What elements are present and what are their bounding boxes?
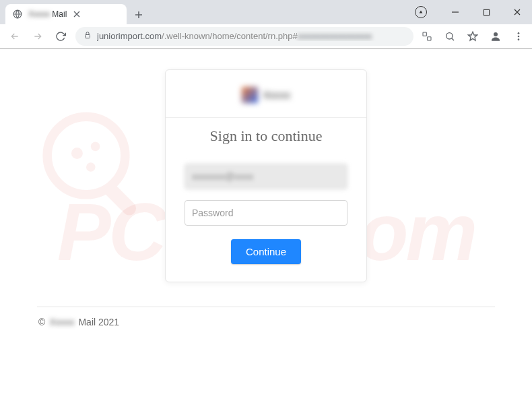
minimize-button[interactable]	[446, 4, 465, 20]
menu-icon[interactable]	[512, 30, 525, 43]
page-content: PCrisk.com Xxxxx Sign in to continue Con…	[0, 49, 532, 413]
star-icon[interactable]	[466, 30, 479, 43]
shield-icon[interactable]	[415, 6, 427, 18]
password-field[interactable]	[185, 200, 347, 226]
svg-rect-3	[423, 32, 426, 36]
svg-point-6	[494, 32, 498, 36]
svg-rect-1	[484, 9, 489, 15]
signin-title: Sign in to continue	[185, 127, 347, 145]
address-bar[interactable]: juniorimport.com/.well-known/home/conten…	[75, 27, 413, 46]
brand-text: Xxxxx	[263, 90, 290, 100]
svg-point-5	[446, 32, 453, 38]
globe-icon	[12, 9, 23, 20]
continue-button[interactable]: Continue	[231, 239, 301, 264]
signin-card: Xxxxx Sign in to continue Continue	[165, 69, 367, 282]
close-icon[interactable]	[72, 9, 81, 19]
new-tab-button[interactable]	[129, 5, 148, 24]
close-window-button[interactable]	[508, 4, 527, 20]
footer-divider	[37, 307, 495, 307]
svg-point-7	[518, 32, 520, 34]
content-wrap: Xxxxx Sign in to continue Continue © Xxx…	[0, 49, 532, 334]
profile-icon[interactable]	[489, 30, 502, 43]
translate-icon[interactable]	[420, 30, 434, 43]
tab-bar: Xxxxx Mail	[0, 0, 532, 24]
footer-suffix: Mail 2021	[78, 317, 119, 327]
tab-title: Xxxxx Mail	[28, 9, 67, 19]
forward-button[interactable]	[30, 28, 46, 44]
browser-chrome: Xxxxx Mail	[0, 0, 532, 49]
browser-tab[interactable]: Xxxxx Mail	[5, 4, 127, 24]
brand-logo: Xxxxx	[185, 85, 347, 105]
lock-icon	[84, 31, 92, 41]
svg-point-8	[518, 35, 520, 37]
svg-rect-4	[428, 36, 431, 40]
window-controls	[415, 4, 527, 20]
toolbar-icons	[420, 30, 525, 43]
browser-toolbar: juniorimport.com/.well-known/home/conten…	[0, 24, 532, 49]
svg-point-9	[518, 38, 520, 40]
svg-rect-2	[86, 35, 90, 38]
reload-button[interactable]	[53, 28, 69, 44]
copyright-symbol: ©	[38, 317, 45, 327]
brand-square-icon	[242, 87, 258, 103]
divider	[166, 117, 366, 118]
back-button[interactable]	[7, 28, 23, 44]
footer-brand: Xxxxx	[49, 317, 74, 327]
maximize-button[interactable]	[477, 4, 496, 20]
email-field[interactable]	[185, 164, 347, 189]
footer: © Xxxxx Mail 2021	[37, 317, 495, 327]
url-text: juniorimport.com/.well-known/home/conten…	[97, 31, 405, 41]
zoom-icon[interactable]	[443, 30, 457, 43]
